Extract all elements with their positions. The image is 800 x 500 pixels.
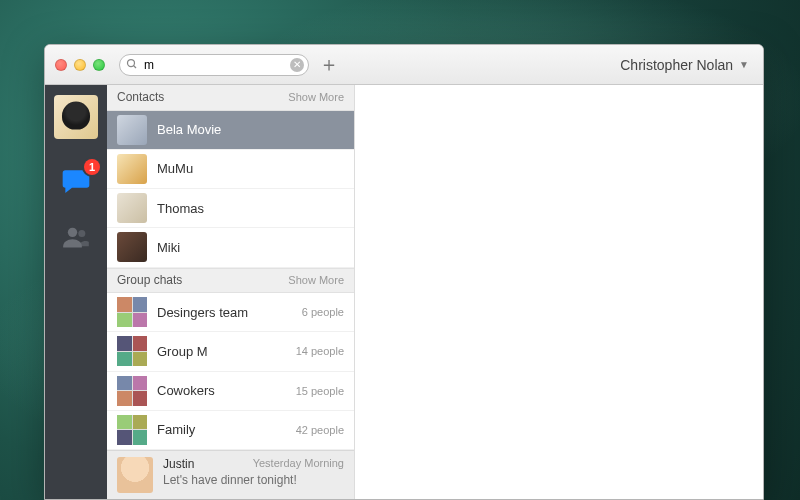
group-name: Desingers team [157,305,248,320]
chevron-down-icon: ▼ [739,59,749,70]
group-row[interactable]: Family 42 people [107,411,354,450]
recent-chat-name: Justin [163,457,194,471]
sidebar-nav: 1 [45,85,107,499]
chats-unread-badge: 1 [84,159,100,175]
search-input[interactable] [119,54,309,76]
contact-row[interactable]: Bela Movie [107,111,354,150]
titlebar: ✕ ＋ Christopher Nolan ▼ [45,45,763,85]
group-member-count: 14 people [296,345,344,357]
close-window-button[interactable] [55,59,67,71]
contact-row[interactable]: Thomas [107,189,354,228]
group-row[interactable]: Group M 14 people [107,332,354,371]
search-results-panel: Contacts Show More Bela Movie MuMu Thoma… [107,85,355,499]
minimize-window-button[interactable] [74,59,86,71]
group-row[interactable]: Desingers team 6 people [107,293,354,332]
avatar [117,457,153,493]
group-row[interactable]: Cowokers 15 people [107,372,354,411]
recent-chat-preview: Let's have dinner tonight! [163,473,344,487]
avatar [117,232,147,262]
recent-chat-main: Justin Yesterday Morning Let's have dinn… [163,457,344,493]
svg-point-0 [128,59,135,66]
group-member-count: 42 people [296,424,344,436]
nav-chats[interactable]: 1 [60,165,92,197]
zoom-window-button[interactable] [93,59,105,71]
contact-name: Bela Movie [157,122,221,137]
contacts-section-title: Contacts [117,90,164,104]
group-avatar [117,297,147,327]
contacts-show-more[interactable]: Show More [288,91,344,103]
group-name: Group M [157,344,208,359]
groups-section-title: Group chats [117,273,182,287]
new-chat-button[interactable]: ＋ [317,53,341,77]
group-member-count: 15 people [296,385,344,397]
svg-line-1 [134,65,137,68]
group-avatar [117,336,147,366]
avatar [117,154,147,184]
group-avatar [117,376,147,406]
account-name: Christopher Nolan [620,57,733,73]
contact-row[interactable]: Miki [107,228,354,267]
group-name: Family [157,422,195,437]
contact-name: Miki [157,240,180,255]
recent-chat-time: Yesterday Morning [253,457,344,471]
svg-point-3 [78,230,85,237]
contact-row[interactable]: MuMu [107,150,354,189]
chat-detail-pane [355,85,763,499]
my-avatar[interactable] [54,95,98,139]
avatar [117,193,147,223]
account-menu[interactable]: Christopher Nolan ▼ [616,53,753,77]
search-icon [126,56,138,74]
recent-chat-row[interactable]: Justin Yesterday Morning Let's have dinn… [107,450,354,499]
window-body: 1 Contacts Show More Bela Movie MuMu [45,85,763,499]
group-name: Cowokers [157,383,215,398]
search-field-wrap: ✕ [119,54,309,76]
contact-name: MuMu [157,161,193,176]
contacts-section-header: Contacts Show More [107,85,354,111]
app-window: ✕ ＋ Christopher Nolan ▼ 1 [44,44,764,500]
groups-section-header: Group chats Show More [107,268,354,294]
group-member-count: 6 people [302,306,344,318]
nav-contacts[interactable] [62,223,90,255]
svg-point-2 [68,228,77,237]
clear-search-icon[interactable]: ✕ [290,58,304,72]
avatar [117,115,147,145]
groups-show-more[interactable]: Show More [288,274,344,286]
window-controls [55,59,105,71]
group-avatar [117,415,147,445]
desktop-wallpaper: ✕ ＋ Christopher Nolan ▼ 1 [0,0,800,500]
contact-name: Thomas [157,201,204,216]
